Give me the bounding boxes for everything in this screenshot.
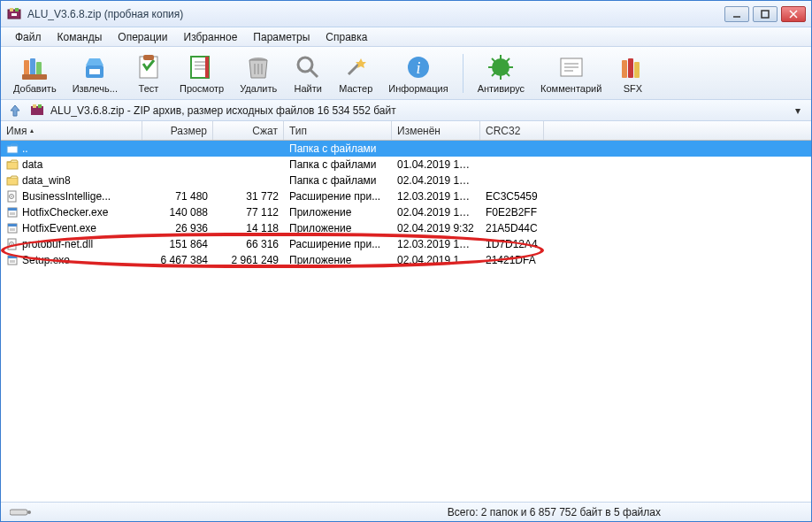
- comment-button[interactable]: Комментарий: [533, 50, 609, 97]
- path-text: ALU_V3.6.8.zip - ZIP архив, размер исход…: [50, 104, 795, 117]
- toolbar: Добавить Извлечь... Тест Просмотр Удалит…: [1, 47, 811, 100]
- find-button[interactable]: Найти: [286, 50, 330, 97]
- table-row[interactable]: BusinessIntellige...71 48031 772Расширен…: [1, 188, 811, 204]
- cell-type: Приложение: [284, 254, 392, 266]
- menubar: Файл Команды Операции Избранное Параметр…: [1, 27, 811, 47]
- info-button[interactable]: i Информация: [381, 50, 455, 97]
- status-text: Всего: 2 папок и 6 857 752 байт в 5 файл…: [40, 506, 802, 518]
- toolbar-label: SFX: [624, 83, 642, 94]
- cell-modified: 02.04.2019 9:32: [392, 222, 480, 234]
- table-row[interactable]: Setup.exe6 467 3842 961 249Приложение02.…: [1, 252, 811, 268]
- cell-name: data: [1, 158, 142, 171]
- svg-rect-2: [15, 8, 19, 12]
- disk-icon: [10, 507, 31, 518]
- cell-crc: F0E2B2FF: [480, 206, 544, 219]
- cell-type: Расширение при...: [284, 238, 392, 250]
- toolbar-label: Тест: [139, 83, 159, 94]
- add-button[interactable]: Добавить: [6, 50, 64, 97]
- cell-size: 140 088: [142, 206, 213, 219]
- svg-rect-44: [628, 58, 633, 78]
- table-row[interactable]: protobuf-net.dll151 86466 316Расширение …: [1, 236, 811, 252]
- cell-crc: 1D7D12A4: [480, 238, 544, 250]
- svg-rect-13: [89, 69, 100, 74]
- archive-file-icon: [29, 103, 45, 119]
- menu-commands[interactable]: Команды: [50, 29, 110, 45]
- column-modified[interactable]: Изменён: [392, 121, 480, 140]
- antivirus-icon: [486, 53, 515, 81]
- file-list[interactable]: ..Папка с файламиdataПапка с файлами01.0…: [1, 141, 811, 502]
- cell-type: Папка с файлами: [284, 142, 392, 155]
- archive-add-icon: [20, 53, 49, 81]
- svg-rect-11: [22, 74, 47, 80]
- dropdown-icon[interactable]: ▾: [795, 104, 804, 117]
- column-name[interactable]: Имя▴: [1, 121, 142, 140]
- info-icon: i: [404, 53, 433, 81]
- close-button[interactable]: [781, 6, 806, 22]
- cell-name: data_win8: [1, 174, 142, 187]
- svg-rect-60: [10, 228, 15, 231]
- column-crc[interactable]: CRC32: [480, 121, 544, 140]
- toolbar-separator: [463, 54, 463, 93]
- svg-rect-48: [38, 104, 42, 108]
- svg-point-54: [11, 196, 12, 197]
- wizard-button[interactable]: Мастер: [332, 50, 379, 97]
- table-row[interactable]: HotfixEvent.exe26 93614 118Приложение02.…: [1, 220, 811, 236]
- table-row[interactable]: ..Папка с файлами: [1, 141, 811, 157]
- svg-rect-47: [33, 104, 36, 108]
- column-type[interactable]: Тип: [284, 121, 392, 140]
- toolbar-label: Добавить: [13, 83, 57, 94]
- cell-modified: 01.04.2019 12:45: [392, 158, 480, 171]
- svg-line-35: [492, 58, 495, 62]
- svg-rect-43: [622, 60, 627, 78]
- cell-modified: 02.04.2019 16:23: [392, 254, 480, 266]
- menu-favorites[interactable]: Избранное: [177, 29, 245, 45]
- extract-button[interactable]: Извлечь...: [65, 50, 125, 97]
- cell-packed: 2 961 249: [213, 254, 284, 266]
- cell-type: Папка с файлами: [284, 158, 392, 171]
- titlebar: ALU_V3.6.8.zip (пробная копия): [1, 1, 811, 27]
- svg-rect-20: [205, 57, 209, 78]
- cell-name: HotfixEvent.exe: [1, 222, 142, 234]
- delete-button[interactable]: Удалить: [233, 50, 284, 97]
- minimize-button[interactable]: [724, 6, 749, 22]
- cell-packed: 77 112: [213, 206, 284, 219]
- svg-rect-66: [10, 260, 15, 263]
- cell-crc: EC3C5459: [480, 190, 544, 203]
- sfx-button[interactable]: SFX: [610, 50, 655, 97]
- column-size[interactable]: Размер: [142, 121, 213, 140]
- svg-rect-56: [8, 208, 17, 211]
- cell-size: 71 480: [142, 190, 213, 203]
- up-arrow-icon[interactable]: [8, 104, 22, 118]
- toolbar-label: Просмотр: [180, 83, 224, 94]
- toolbar-label: Антивирус: [478, 83, 525, 94]
- maximize-button[interactable]: [753, 6, 778, 22]
- test-button[interactable]: Тест: [126, 50, 171, 97]
- test-icon: [134, 53, 163, 81]
- toolbar-label: Комментарий: [540, 83, 601, 94]
- svg-rect-15: [143, 55, 154, 60]
- cell-modified: 12.03.2019 10:27: [392, 238, 480, 250]
- view-button[interactable]: Просмотр: [172, 50, 231, 97]
- menu-parameters[interactable]: Параметры: [246, 29, 317, 45]
- toolbar-label: Удалить: [240, 83, 277, 94]
- cell-name: protobuf-net.dll: [1, 238, 142, 250]
- table-row[interactable]: HotfixChecker.exe140 08877 112Приложение…: [1, 204, 811, 220]
- svg-line-26: [310, 70, 318, 77]
- column-packed[interactable]: Сжат: [213, 121, 284, 140]
- table-row[interactable]: data_win8Папка с файлами02.04.2019 12:18: [1, 173, 811, 188]
- svg-rect-5: [762, 11, 769, 18]
- cell-packed: 66 316: [213, 238, 284, 250]
- menu-operations[interactable]: Операции: [111, 29, 174, 45]
- cell-crc: 21A5D44C: [480, 222, 544, 234]
- menu-help[interactable]: Справка: [318, 29, 374, 45]
- menu-file[interactable]: Файл: [8, 29, 49, 45]
- cell-type: Папка с файлами: [284, 174, 392, 187]
- svg-rect-50: [7, 162, 18, 169]
- extract-icon: [80, 53, 109, 81]
- antivirus-button[interactable]: Антивирус: [471, 50, 532, 97]
- table-row[interactable]: dataПапка с файлами01.04.2019 12:45: [1, 157, 811, 173]
- sfx-icon: [618, 53, 647, 81]
- cell-size: 6 467 384: [142, 254, 213, 266]
- svg-rect-57: [10, 212, 15, 215]
- toolbar-label: Мастер: [339, 83, 372, 94]
